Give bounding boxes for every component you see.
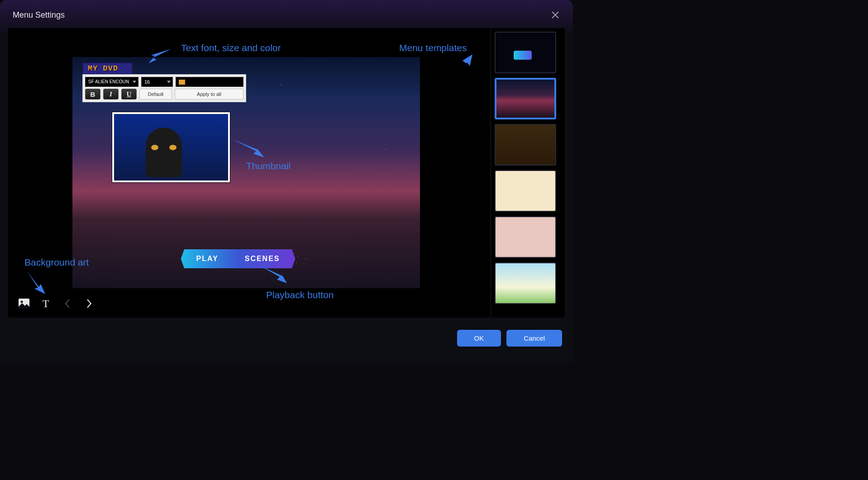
preview-area: MY DVD SF ALIEN ENCOUN 16 B I U Default: [8, 28, 491, 318]
playback-bar: PLAY SCENES: [181, 249, 312, 268]
dialog-title: Menu Settings: [13, 10, 65, 20]
default-button[interactable]: Default: [139, 89, 172, 100]
font-size-select[interactable]: 16: [141, 77, 173, 87]
thumbnail-character: [146, 128, 182, 177]
underline-button[interactable]: U: [121, 89, 137, 100]
apply-to-all-button[interactable]: Apply to all: [175, 89, 243, 100]
template-thumbnail-5[interactable]: [495, 216, 556, 258]
text-tool-button[interactable]: T: [40, 298, 52, 309]
font-size-value: 16: [144, 79, 150, 85]
template-thumbnail-1[interactable]: [495, 32, 556, 73]
text-toolbar: SF ALIEN ENCOUN 16 B I U Default Apply t…: [82, 74, 246, 102]
arrow-icon: [27, 271, 45, 296]
svg-point-12: [21, 301, 23, 303]
dialog-footer: OK Cancel: [457, 330, 562, 347]
annotation-templates: Menu templates: [399, 43, 467, 53]
close-icon[interactable]: [550, 10, 560, 20]
templates-panel: [491, 28, 565, 318]
scenes-button[interactable]: SCENES: [245, 255, 280, 263]
prev-page-button[interactable]: [62, 298, 73, 309]
template-thumbnail-4[interactable]: [495, 170, 556, 212]
font-select[interactable]: SF ALIEN ENCOUN: [85, 77, 138, 87]
play-button[interactable]: PLAY: [196, 255, 219, 263]
cancel-button[interactable]: Cancel: [506, 330, 562, 347]
bold-button[interactable]: B: [85, 89, 100, 100]
decorative-dots: [293, 249, 312, 268]
template-thumbnail-3[interactable]: [495, 124, 556, 166]
menu-preview[interactable]: MY DVD SF ALIEN ENCOUN 16 B I U Default: [72, 57, 420, 288]
dialog-header: Menu Settings: [0, 0, 573, 28]
font-name-value: SF ALIEN ENCOUN: [88, 79, 129, 84]
template-thumbnail-2[interactable]: [495, 78, 556, 119]
next-page-button[interactable]: [83, 298, 95, 309]
bottom-toolbar: T: [18, 298, 95, 309]
background-image-button[interactable]: [18, 298, 30, 309]
arrow-icon: [448, 54, 472, 83]
font-color-select[interactable]: [176, 77, 243, 87]
ok-button[interactable]: OK: [457, 330, 501, 347]
template-thumbnail-6[interactable]: [495, 262, 556, 304]
chevron-down-icon: [167, 81, 171, 83]
dialog-body: MY DVD SF ALIEN ENCOUN 16 B I U Default: [8, 28, 565, 318]
menu-settings-dialog: Menu Settings MY DVD SF ALIEN ENCOUN 16: [0, 0, 573, 364]
annotation-playback: Playback button: [266, 290, 334, 300]
italic-button[interactable]: I: [103, 89, 119, 100]
video-thumbnail[interactable]: [112, 112, 230, 182]
dvd-title-text[interactable]: MY DVD: [82, 62, 133, 75]
annotation-text-tools: Text font, size and color: [181, 43, 281, 53]
color-swatch: [179, 80, 185, 85]
chevron-down-icon: [133, 81, 136, 83]
